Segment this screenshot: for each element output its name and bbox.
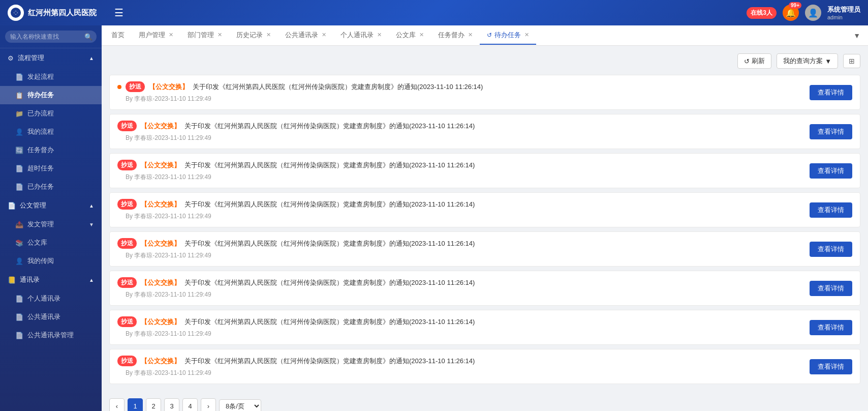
tab-doc-library-close[interactable]: ✕ (419, 32, 424, 38)
tab-home[interactable]: 首页 (104, 26, 132, 45)
filter-button[interactable]: ⊞ (843, 54, 860, 68)
task-type: 【公文交换】 (141, 357, 180, 366)
task-title-row: 抄送 【公文交换】 关于印发《红河州第四人民医院（红河州传染病医院）党建查房制度… (117, 356, 799, 366)
task-item-left: 抄送 【公文交换】 关于印发《红河州第四人民医院（红河州传染病医院）党建查房制度… (117, 199, 799, 221)
view-detail-button[interactable]: 查看详情 (810, 359, 852, 374)
notification-bell[interactable]: 🔔 99+ (783, 5, 799, 21)
task-supervision-label: 任务督办 (27, 145, 54, 155)
task-meta: By 李春琼-2023-11-10 11:29:49 (117, 212, 799, 221)
pagination-next[interactable]: › (201, 398, 216, 411)
tab-doc-library[interactable]: 公文库 ✕ (389, 26, 431, 45)
tab-personal-contacts[interactable]: 个人通讯录 ✕ (333, 26, 389, 45)
page-toolbar: ↺ 刷新 我的查询方案 ▼ ⊞ (109, 53, 860, 69)
tab-pending-task[interactable]: ↺ 待办任务 ✕ (480, 26, 536, 45)
sidebar-item-my-transmit[interactable]: 👤 我的传阅 (0, 252, 102, 270)
refresh-button[interactable]: ↺ 刷新 (737, 53, 771, 69)
tab-personal-contacts-close[interactable]: ✕ (377, 32, 382, 38)
view-detail-button[interactable]: 查看详情 (810, 242, 852, 257)
user-info: 系统管理员 admin (827, 5, 860, 20)
contacts-group-arrow: ▲ (89, 277, 94, 283)
sidebar-item-personal-contacts[interactable]: 📄 个人通讯录 (0, 289, 102, 308)
task-meta: By 李春琼-2023-11-10 11:29:49 (117, 173, 799, 182)
header: 红河州第四人民医院 ☰ 在线3人 🔔 99+ 👤 系统管理员 admin (0, 0, 868, 25)
tabs-bar: 首页 用户管理 ✕ 部门管理 ✕ 历史记录 ✕ 公共通讯录 ✕ 个人通讯录 ✕ (102, 25, 868, 46)
sidebar-item-overtime-task[interactable]: 📄 超时任务 (0, 159, 102, 178)
public-contacts-label: 公共通讯录 (27, 312, 60, 321)
tab-dept-manage[interactable]: 部门管理 ✕ (180, 26, 229, 45)
task-title-row: 抄送 【公文交换】 关于印发《红河州第四人民医院（红河州传染病医院）党建查房制度… (117, 238, 799, 249)
pagination-page-1[interactable]: 1 (128, 398, 143, 411)
task-title: 关于印发《红河州第四人民医院（红河州传染病医院）党建查房制度》的通知(2023-… (184, 200, 475, 209)
sidebar-item-pending-task[interactable]: 📋 待办任务 (0, 86, 102, 104)
task-title-row: 抄送 【公文交换】 关于印发《红河州第四人民医院（红河州传染病医院）党建查房制度… (117, 121, 799, 131)
menu-toggle-icon[interactable]: ☰ (114, 7, 123, 19)
search-input[interactable] (5, 31, 97, 43)
personal-contacts-label: 个人通讯录 (27, 294, 60, 303)
tab-user-manage-close[interactable]: ✕ (169, 32, 173, 38)
send-doc-icon: 📤 (15, 221, 23, 228)
tab-task-supervision[interactable]: 任务督办 ✕ (431, 26, 480, 45)
task-item: 抄送 【公文交换】 关于印发《红河州第四人民医院（红河州传染病医院）党建查房制度… (109, 192, 860, 227)
tab-task-supervision-close[interactable]: ✕ (468, 32, 473, 38)
task-type: 【公文交换】 (141, 122, 180, 131)
task-title: 关于印发《红河州第四人民医院（红河州传染病医院）党建查房制度》的通知(2023-… (184, 357, 475, 366)
doc-group-label: 公文管理 (20, 201, 46, 210)
tab-history[interactable]: 历史记录 ✕ (229, 26, 278, 45)
view-detail-button[interactable]: 查看详情 (810, 163, 852, 179)
pagination-page-2[interactable]: 2 (146, 398, 161, 411)
view-detail-button[interactable]: 查看详情 (810, 320, 852, 335)
tab-public-contacts[interactable]: 公共通讯录 ✕ (278, 26, 333, 45)
sidebar-item-done-task[interactable]: 📄 已办任务 (0, 178, 102, 196)
task-item-left: 抄送 【公文交换】 关于印发《红河州第四人民医院（红河州传染病医院）党建查房制度… (117, 81, 799, 103)
send-doc-arrow: ▼ (89, 222, 94, 227)
pagination-prev[interactable]: ‹ (109, 398, 125, 411)
pagination-page-3[interactable]: 3 (164, 398, 179, 411)
sidebar-item-public-contacts[interactable]: 📄 公共通讯录 (0, 308, 102, 326)
tab-user-manage[interactable]: 用户管理 ✕ (132, 26, 180, 45)
view-detail-button[interactable]: 查看详情 (810, 124, 852, 139)
tab-history-close[interactable]: ✕ (266, 32, 271, 38)
task-item: 抄送 【公文交换】 关于印发《红河州第四人民医院（红河州传染病医院）党建查房制度… (109, 349, 860, 384)
search-button[interactable]: 🔍 (84, 33, 92, 41)
view-detail-button[interactable]: 查看详情 (810, 202, 852, 218)
task-title: 关于印发《红河州第四人民医院（红河州传染病医院）党建查房制度》的通知(2023-… (184, 317, 475, 327)
pending-task-icon: 📋 (15, 92, 23, 99)
sidebar-item-doc-library[interactable]: 📚 公文库 (0, 233, 102, 252)
contacts-group-icon: 📒 (8, 276, 16, 284)
tab-dept-manage-close[interactable]: ✕ (218, 32, 222, 38)
task-title: 关于印发《红河州第四人民医院（红河州传染病医院）党建查房制度》的通知(2023-… (184, 239, 475, 248)
logo-text: 红河州第四人民医院 (28, 8, 97, 18)
view-detail-button[interactable]: 查看详情 (810, 281, 852, 296)
task-type: 【公文交换】 (141, 317, 180, 327)
start-flow-icon: 📄 (15, 73, 23, 81)
refresh-label: 刷新 (752, 56, 765, 66)
done-task-icon: 📄 (15, 183, 23, 191)
view-detail-button[interactable]: 查看详情 (810, 85, 852, 100)
task-meta: By 李春琼-2023-11-10 11:29:49 (117, 251, 799, 260)
tab-public-contacts-close[interactable]: ✕ (322, 32, 326, 38)
sidebar-item-my-flow[interactable]: 👤 我的流程 (0, 123, 102, 141)
sidebar-item-send-doc[interactable]: 📤 发文管理 ▼ (0, 215, 102, 233)
personal-contacts-icon: 📄 (15, 295, 23, 303)
bell-icon: 🔔 (786, 8, 796, 18)
sidebar-group-contacts[interactable]: 📒 通讯录 ▲ (0, 270, 102, 289)
sidebar-item-public-contacts-mgmt[interactable]: 📄 公共通讯录管理 (0, 326, 102, 344)
tabs-expand-button[interactable]: ▼ (848, 32, 865, 40)
task-tag-chaosong: 抄送 (126, 81, 145, 92)
send-doc-label: 发文管理 (27, 220, 54, 229)
sidebar-item-start-flow[interactable]: 📄 发起流程 (0, 68, 102, 86)
tab-doc-library-label: 公文库 (396, 31, 416, 40)
sidebar-item-done-flow[interactable]: 📁 已办流程 (0, 104, 102, 123)
sidebar-group-doc[interactable]: 📄 公文管理 ▲ (0, 196, 102, 215)
tab-pending-task-close[interactable]: ✕ (524, 32, 529, 38)
sidebar-group-flow[interactable]: ⚙ 流程管理 ▲ (0, 48, 102, 68)
query-scheme-button[interactable]: 我的查询方案 ▼ (777, 53, 838, 69)
sidebar-item-task-supervision[interactable]: 🔄 任务督办 (0, 141, 102, 159)
pagination-page-4[interactable]: 4 (182, 398, 198, 411)
flow-group-arrow: ▲ (89, 55, 94, 61)
svg-point-1 (14, 11, 17, 14)
task-item: 抄送 【公文交换】 关于印发《红河州第四人民医院（红河州传染病医院）党建查房制度… (109, 153, 860, 188)
task-title-row: 抄送 【公文交换】 关于印发《红河州第四人民医院（红河州传染病医院）党建查房制度… (117, 277, 799, 288)
page-size-select[interactable]: 8条/页 20条/页 50条/页 (219, 399, 261, 412)
task-tag-chaosong: 抄送 (117, 277, 137, 288)
